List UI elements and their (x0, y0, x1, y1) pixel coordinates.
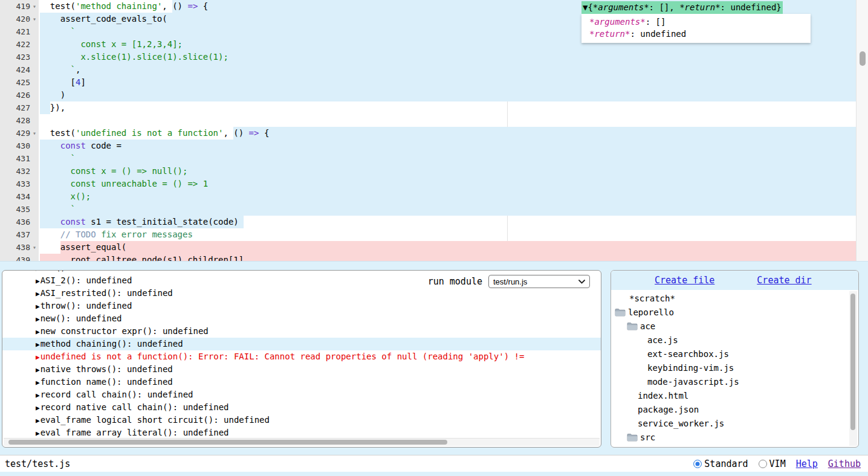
result-row[interactable]: ▶throw(): undefined (2, 300, 601, 312)
code-line[interactable]: 425 [4] (0, 76, 868, 89)
chevron-down-icon (578, 280, 585, 284)
code-token: code = (86, 141, 121, 150)
code-line[interactable]: 432 const x = () => null(); (0, 165, 868, 178)
tooltip-text: ▼{ (583, 2, 593, 12)
result-row[interactable]: ▶eval_frame logical short circuit(): und… (2, 414, 601, 426)
tree-row[interactable]: service_worker.js (611, 416, 858, 430)
result-row[interactable]: ▶record call chain(): undefined (2, 388, 601, 401)
editor-scrollbar-thumb[interactable] (860, 51, 866, 66)
editor-vertical-scrollbar[interactable] (856, 0, 868, 262)
tree-file-label: mode-javascript.js (647, 377, 739, 387)
code-line[interactable]: 424 `, (0, 63, 868, 76)
tree-row[interactable]: ext-searchbox.js (611, 347, 858, 361)
expand-triangle-icon[interactable]: ▶ (36, 366, 40, 374)
tooltip-row[interactable]: *arguments*: [] (589, 16, 811, 28)
tooltip-row[interactable]: *return*: undefined (589, 28, 811, 40)
tree-row[interactable]: *scratch* (611, 291, 858, 305)
code-line[interactable]: 433 const unreachable = () => 1 (0, 178, 868, 190)
code-line[interactable]: 423 x.slice(1).slice(1).slice(1); (0, 51, 868, 63)
fold-arrow[interactable]: ▾ (30, 13, 39, 25)
code-text: const code = (40, 141, 121, 150)
result-row[interactable]: ▶undefined is not a function(): Error: F… (2, 350, 601, 363)
line-number: 438▾ (0, 241, 39, 254)
tree-row[interactable]: ace.js (611, 333, 858, 347)
code-line[interactable]: 438▾ assert_equal( (0, 241, 868, 254)
expand-triangle-icon[interactable]: ▶ (36, 417, 40, 425)
fold-arrow[interactable]: ▾ (30, 241, 39, 254)
code-line[interactable]: 428 (0, 114, 868, 127)
fold-arrow[interactable]: ▾ (30, 0, 39, 13)
help-link[interactable]: Help (796, 458, 818, 469)
tree-row[interactable]: leporello (611, 305, 858, 319)
code-line[interactable]: 436 const s1 = test_initial_state(code) (0, 216, 868, 228)
code-line[interactable]: 426 ) (0, 89, 868, 101)
code-line[interactable]: 431 ` (0, 152, 868, 165)
result-label: eval_frame logical short circuit(): unde… (40, 415, 270, 425)
results-scrollbar-thumb[interactable] (8, 440, 447, 445)
expand-triangle-icon[interactable]: ▶ (36, 315, 40, 323)
code-token: ` (40, 204, 76, 214)
tooltip-header[interactable]: ▼{*arguments*: [], *return*: undefined} (581, 1, 783, 14)
tree-row[interactable]: ast_utils.js (611, 444, 858, 448)
result-row[interactable]: ▶eval_frame array_literal(): undefined (2, 426, 601, 437)
result-row[interactable]: ▶new constructor expr(): undefined (2, 325, 601, 338)
expand-triangle-icon[interactable]: ▶ (36, 379, 40, 387)
run-module-group: run module test/run.js (428, 275, 590, 288)
tree-row[interactable]: keybinding-vim.js (611, 361, 858, 375)
tree-file-label: ace.js (647, 335, 678, 345)
result-row[interactable]: ▶new(): undefined (2, 312, 601, 325)
keybinding-standard-option[interactable]: Standard (693, 458, 748, 469)
keybinding-vim-option[interactable]: VIM (759, 458, 786, 469)
result-row[interactable]: ▶function name(): undefined (2, 376, 601, 388)
tree-row[interactable]: package.json (611, 402, 858, 416)
tree-file-label: ast_utils.js (647, 446, 708, 448)
results-horizontal-scrollbar[interactable] (4, 438, 600, 446)
code-line-content: [4] (39, 76, 868, 89)
create-dir-link[interactable]: Create dir (757, 275, 811, 286)
expand-triangle-icon[interactable]: ▶ (36, 341, 40, 349)
result-row[interactable]: ▶record native call chain(): undefined (2, 401, 601, 414)
result-row[interactable]: ▶method chaining(): undefined (2, 338, 601, 350)
result-row[interactable]: ▶ASI_restrited(): undefined (2, 287, 601, 300)
fold-arrow[interactable]: ▾ (30, 127, 39, 140)
expand-triangle-icon[interactable]: ▶ (36, 328, 40, 336)
code-text: x.slice(1).slice(1).slice(1); (40, 52, 228, 62)
code-editor[interactable]: 419▾ test('method chaining', () => {420▾… (0, 0, 868, 262)
github-link[interactable]: Github (828, 458, 861, 469)
code-line[interactable]: 429▾ test('undefined is not a function',… (0, 127, 868, 140)
files-scrollbar-thumb[interactable] (850, 294, 855, 430)
tree-row[interactable]: ace (611, 319, 858, 333)
tree-row[interactable]: index.html (611, 388, 858, 402)
result-row[interactable]: ▶native throws(): undefined (2, 363, 601, 376)
expand-triangle-icon[interactable]: ▶ (36, 290, 40, 298)
run-module-select[interactable]: test/run.js (488, 275, 590, 288)
fold-spacer (30, 89, 39, 101)
line-number: 426 (0, 89, 39, 101)
tooltip-text: : undefined} (721, 2, 782, 12)
code-line[interactable]: 439 root_calltree_node(s1).children[1] (0, 254, 868, 262)
code-line[interactable]: 437 // TODO fix error messages (0, 228, 868, 241)
expand-triangle-icon[interactable]: ▶ (36, 404, 40, 412)
tree-row[interactable]: mode-javascript.js (611, 375, 858, 388)
files-vertical-scrollbar[interactable] (849, 291, 857, 446)
code-line[interactable]: 435 ` (0, 203, 868, 216)
fold-spacer (30, 190, 39, 203)
radio-vim-icon[interactable] (759, 460, 767, 468)
tree-row[interactable]: src (611, 430, 858, 444)
expand-triangle-icon[interactable]: ▶ (36, 271, 40, 272)
fold-spacer (30, 216, 39, 228)
expand-triangle-icon[interactable]: ▶ (36, 277, 40, 285)
expand-triangle-icon[interactable]: ▶ (36, 429, 40, 437)
code-line[interactable]: 427 }), (0, 101, 868, 114)
folder-icon (627, 433, 638, 442)
file-tree: *scratch*leporelloaceace.jsext-searchbox… (611, 290, 858, 448)
expand-triangle-icon[interactable]: ▶ (36, 391, 40, 399)
code-line[interactable]: 434 x(); (0, 190, 868, 203)
code-line[interactable]: 430 const code = (0, 140, 868, 152)
create-file-link[interactable]: Create file (655, 275, 714, 286)
line-number: 431 (0, 152, 39, 165)
expand-triangle-icon[interactable]: ▶ (36, 303, 40, 310)
line-number: 432 (0, 165, 39, 178)
expand-triangle-icon[interactable]: ▶ (36, 353, 40, 361)
radio-standard-icon[interactable] (693, 460, 702, 468)
